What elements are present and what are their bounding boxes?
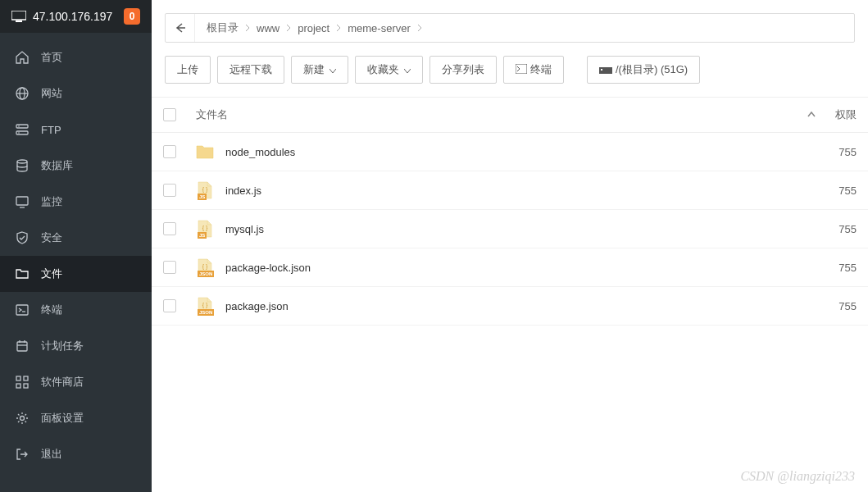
svg-rect-19: [24, 376, 28, 380]
sidebar-nav: 首页网站FTP数据库监控安全文件终端计划任务软件商店面板设置退出: [0, 33, 152, 492]
sidebar-item-home[interactable]: 首页: [0, 39, 152, 75]
breadcrumb-segment[interactable]: project: [293, 22, 334, 34]
sidebar-item-files[interactable]: 文件: [0, 256, 152, 292]
svg-rect-20: [16, 384, 20, 388]
svg-rect-25: [601, 69, 602, 71]
row-checkbox[interactable]: [163, 299, 176, 312]
filename-cell[interactable]: { }JS mysql.js: [191, 220, 799, 238]
terminal-button[interactable]: 终端: [503, 56, 564, 84]
table-row[interactable]: { }JSON package.json 755: [152, 287, 868, 326]
filename-label: package.json: [225, 300, 289, 312]
sidebar-item-label: 退出: [41, 447, 62, 462]
select-all-checkbox[interactable]: [163, 108, 176, 121]
sidebar-item-label: 监控: [41, 194, 62, 209]
filename-header-label: 文件名: [196, 107, 228, 122]
sidebar-item-label: 网站: [41, 86, 62, 101]
row-checkbox[interactable]: [163, 184, 176, 197]
sidebar-item-ftp[interactable]: FTP: [0, 112, 152, 148]
sidebar-item-label: 终端: [41, 303, 62, 317]
sidebar-item-database[interactable]: 数据库: [0, 148, 152, 184]
perm-cell: 755: [824, 300, 857, 312]
filename-cell[interactable]: node_modules: [191, 143, 799, 161]
row-check-cell: [163, 145, 191, 158]
sidebar-header: 47.100.176.197 0: [0, 0, 152, 33]
sidebar-item-store[interactable]: 软件商店: [0, 364, 152, 400]
svg-text:{ }: { }: [202, 225, 208, 231]
svg-point-8: [18, 132, 20, 134]
svg-rect-21: [24, 384, 28, 388]
table-row[interactable]: { }JSON package-lock.json 755: [152, 248, 868, 287]
sidebar-item-label: 数据库: [41, 158, 73, 173]
breadcrumb-separator: [334, 22, 343, 34]
sidebar-item-label: 计划任务: [41, 339, 84, 353]
grid-icon: [15, 375, 30, 390]
svg-rect-18: [16, 376, 20, 380]
folder-icon: [196, 143, 214, 161]
breadcrumb-separator: [416, 22, 424, 34]
svg-rect-0: [11, 11, 26, 20]
row-check-cell: [163, 184, 191, 197]
sidebar-item-logout[interactable]: 退出: [0, 436, 152, 472]
perm-cell: 755: [824, 262, 857, 274]
svg-rect-23: [516, 64, 527, 74]
sidebar-item-terminal[interactable]: 终端: [0, 292, 152, 328]
table-row[interactable]: { }JS mysql.js 755: [152, 210, 868, 248]
table-row[interactable]: node_modules 755: [152, 133, 868, 171]
back-button[interactable]: [166, 14, 195, 42]
sidebar-item-security[interactable]: 安全: [0, 220, 152, 256]
filename-header[interactable]: 文件名: [191, 107, 799, 122]
breadcrumb-segment[interactable]: www: [252, 22, 284, 34]
perm-header[interactable]: 权限: [824, 107, 857, 122]
favorites-button[interactable]: 收藏夹: [355, 56, 423, 84]
server-ip: 47.100.176.197: [33, 10, 124, 23]
row-checkbox[interactable]: [163, 222, 176, 235]
disk-info-label: /(根目录) (51G): [616, 62, 688, 77]
home-icon: [15, 50, 30, 65]
table-row[interactable]: { }JS index.js 755: [152, 171, 868, 210]
sidebar-item-label: 软件商店: [41, 375, 84, 390]
sort-icon[interactable]: [799, 111, 824, 119]
filename-cell[interactable]: { }JSON package-lock.json: [191, 258, 799, 276]
filename-label: package-lock.json: [225, 262, 311, 274]
row-check-cell: [163, 299, 191, 312]
shield-icon: [15, 230, 30, 245]
breadcrumb-segment[interactable]: meme-server: [343, 22, 416, 34]
terminal-label: 终端: [530, 62, 552, 77]
svg-rect-10: [16, 197, 28, 205]
svg-point-22: [20, 417, 25, 421]
disk-info-button[interactable]: /(根目录) (51G): [587, 56, 700, 84]
monitor-icon: [15, 194, 30, 209]
filename-label: mysql.js: [225, 223, 264, 235]
share-list-button[interactable]: 分享列表: [429, 56, 497, 84]
calendar-icon: [15, 339, 30, 353]
breadcrumb-segment[interactable]: 根目录: [202, 20, 243, 35]
sidebar-item-cron[interactable]: 计划任务: [0, 328, 152, 364]
perm-cell: 755: [824, 146, 857, 158]
select-all-cell: [163, 108, 191, 121]
json-icon: { }JSON: [196, 297, 214, 315]
disk-icon: [599, 64, 612, 76]
js-icon: { }JS: [196, 220, 214, 238]
breadcrumb-separator: [243, 22, 252, 34]
table-header: 文件名 权限: [152, 97, 868, 133]
perm-cell: 755: [824, 184, 857, 197]
terminal-icon: [516, 64, 527, 76]
terminal-icon: [15, 303, 30, 317]
svg-point-9: [17, 160, 27, 163]
breadcrumb-path: 根目录wwwprojectmeme-server: [195, 20, 854, 35]
json-icon: { }JSON: [196, 258, 214, 276]
sidebar-item-settings[interactable]: 面板设置: [0, 400, 152, 436]
row-checkbox[interactable]: [163, 261, 176, 274]
sidebar-item-monitor[interactable]: 监控: [0, 184, 152, 220]
svg-rect-14: [17, 342, 27, 351]
folder-icon: [15, 266, 30, 281]
filename-cell[interactable]: { }JSON package.json: [191, 297, 799, 315]
sidebar-item-label: 首页: [41, 50, 62, 65]
filename-cell[interactable]: { }JS index.js: [191, 181, 799, 199]
remote-download-button[interactable]: 远程下载: [217, 56, 284, 84]
sidebar-item-website[interactable]: 网站: [0, 75, 152, 112]
new-button[interactable]: 新建: [291, 56, 348, 84]
row-checkbox[interactable]: [163, 145, 176, 158]
upload-button[interactable]: 上传: [165, 56, 211, 84]
notification-badge[interactable]: 0: [124, 8, 140, 25]
